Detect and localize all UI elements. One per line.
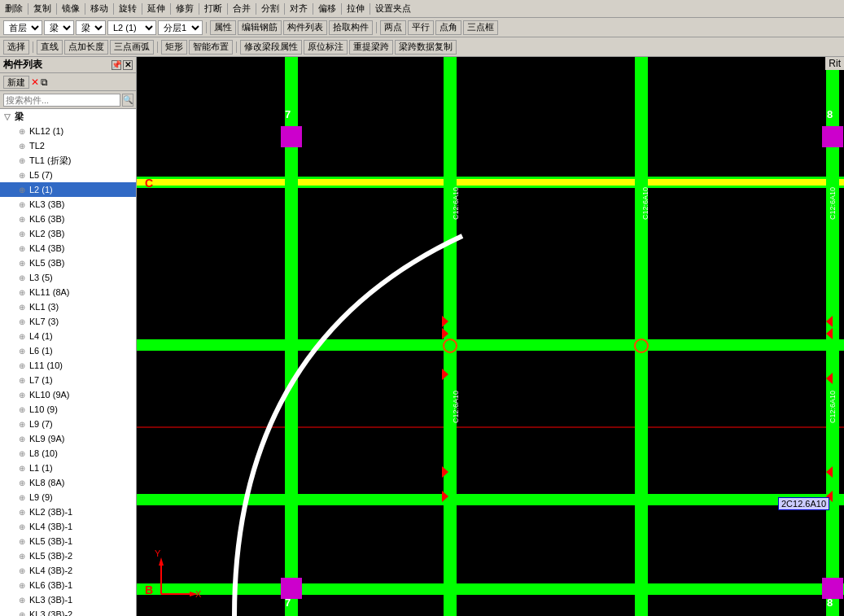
tree-item[interactable]: ⊕KL3 (3B)-2: [0, 607, 136, 616]
tree-item[interactable]: ⊕L1 (1): [0, 461, 136, 475]
floor-select[interactable]: 首层: [3, 20, 42, 35]
search-bar: 🔍: [0, 91, 136, 109]
attr-btn[interactable]: 属性: [210, 20, 236, 35]
tree-item[interactable]: ⊕KL4 (3B): [0, 241, 136, 256]
tool-trim[interactable]: 修剪: [174, 2, 195, 15]
tool-mirror[interactable]: 镜像: [60, 2, 81, 15]
tree-item[interactable]: ⊕KL11 (8A): [0, 285, 136, 299]
col-8-top: [822, 126, 843, 147]
pin-icon[interactable]: 📌: [112, 60, 121, 70]
tree-item[interactable]: ⊕L8 (10): [0, 446, 136, 461]
three-point-btn[interactable]: 三点框: [463, 20, 498, 35]
tree-item[interactable]: ⊕L3 (5): [0, 270, 136, 285]
layer-select[interactable]: 分层1: [158, 20, 203, 35]
element-select[interactable]: L2 (1): [107, 20, 156, 35]
two-point-btn[interactable]: 两点: [380, 20, 406, 35]
line-btn[interactable]: 直线: [37, 40, 63, 55]
copy-icon[interactable]: ⧉: [41, 76, 48, 88]
tree-item-label: KL3 (3B): [29, 199, 64, 209]
tool-break[interactable]: 打断: [203, 2, 224, 15]
rect-btn[interactable]: 矩形: [161, 40, 187, 55]
point-angle-btn[interactable]: 点角: [435, 20, 461, 35]
tree-item[interactable]: ⊕L6 (1): [0, 343, 136, 358]
tool-setpoints[interactable]: 设置夹点: [374, 2, 413, 15]
pick-component-btn[interactable]: 拾取构件: [329, 20, 373, 35]
tree-item-icon: ⊕: [16, 360, 28, 371]
tree-root-label: 梁: [15, 111, 24, 123]
tree-item[interactable]: ⊕L4 (1): [0, 329, 136, 343]
x-label: X: [195, 589, 202, 599]
tree-item[interactable]: ⊕TL1 (折梁): [0, 153, 136, 168]
tree-item-icon: ⊕: [16, 155, 28, 166]
tree-item-label: L3 (5): [29, 273, 53, 282]
copy-span-data-btn[interactable]: 梁跨数据复制: [395, 40, 457, 55]
type1-select[interactable]: 梁: [44, 20, 74, 35]
tree-item[interactable]: ⊕L9 (7): [0, 417, 136, 431]
original-mark-btn[interactable]: 原位标注: [304, 40, 348, 55]
rebar-label-5: C12:6A10: [829, 391, 837, 423]
tool-extend[interactable]: 延伸: [146, 2, 167, 15]
tree-item[interactable]: ⊕KL3 (3B)-1: [0, 592, 136, 607]
type2-select[interactable]: 梁: [76, 20, 106, 35]
component-list-btn[interactable]: 构件列表: [283, 20, 327, 35]
tree-item[interactable]: ⊕KL5 (3B)-2: [0, 548, 136, 563]
tree-item[interactable]: ⊕KL4 (3B)-1: [0, 519, 136, 534]
tree-item[interactable]: ⊕L10 (9): [0, 402, 136, 417]
smart-layout-btn[interactable]: 智能布置: [189, 40, 233, 55]
tree-item[interactable]: ⊕KL6 (3B)-1: [0, 578, 136, 592]
tool-rotate[interactable]: 旋转: [117, 2, 138, 15]
tool-merge[interactable]: 合并: [231, 2, 252, 15]
tree-item[interactable]: ⊕KL5 (3B)-1: [0, 534, 136, 548]
reextract-span-btn[interactable]: 重提梁跨: [349, 40, 393, 55]
tree-root-beam[interactable]: ▽ 梁: [0, 109, 136, 124]
parallel-btn[interactable]: 平行: [408, 20, 434, 35]
tree-item[interactable]: ⊕KL1 (3): [0, 299, 136, 314]
tool-delete[interactable]: 删除: [3, 2, 24, 15]
edit-rebar-btn[interactable]: 编辑钢筋: [238, 20, 282, 35]
tree-item-label: L7 (1): [29, 375, 53, 385]
select-btn[interactable]: 选择: [3, 40, 29, 55]
tree-item[interactable]: ⊕KL2 (3B): [0, 226, 136, 241]
tree-item[interactable]: ⊕KL8 (8A): [0, 475, 136, 490]
tree-item[interactable]: ⊕KL5 (3B): [0, 256, 136, 270]
sidebar: 构件列表 📌 ✕ 新建 ✕ ⧉ 🔍 ▽ 梁 ⊕KL12 (1)⊕TL2⊕TL1 …: [0, 57, 137, 616]
new-button[interactable]: 新建: [3, 76, 29, 89]
search-button[interactable]: 🔍: [122, 94, 133, 107]
expand-icon: ▽: [2, 111, 13, 122]
tree-item[interactable]: ⊕L5 (7): [0, 168, 136, 182]
tree-item[interactable]: ⊕KL6 (3B): [0, 212, 136, 226]
tree-item[interactable]: ⊕KL2 (3B)-1: [0, 505, 136, 519]
tree-item-icon: ⊕: [16, 286, 28, 298]
canvas-area[interactable]: Rit: [137, 57, 844, 616]
tree-item-label: KL5 (3B)-1: [29, 536, 72, 546]
red-arrow-l5: [442, 491, 448, 502]
tree-item[interactable]: ⊕L2 (1): [0, 182, 136, 197]
tool-offset[interactable]: 偏移: [317, 2, 338, 15]
tool-align[interactable]: 对齐: [288, 2, 309, 15]
tree-item[interactable]: ⊕KL3 (3B): [0, 197, 136, 212]
point-length-btn[interactable]: 点加长度: [64, 40, 108, 55]
tree-item[interactable]: ⊕TL2: [0, 138, 136, 153]
tree-item[interactable]: ⊕L11 (10): [0, 358, 136, 373]
tree-item-label: KL7 (3): [29, 317, 59, 326]
tool-copy[interactable]: 复制: [32, 2, 53, 15]
tree-item[interactable]: ⊕KL10 (9A): [0, 387, 136, 402]
tree-item[interactable]: ⊕L7 (1): [0, 373, 136, 387]
tree-item[interactable]: ⊕KL12 (1): [0, 124, 136, 138]
y-label: Y: [155, 548, 161, 558]
modify-beam-attr-btn[interactable]: 修改梁段属性: [240, 40, 302, 55]
delete-icon[interactable]: ✕: [31, 76, 39, 88]
tool-stretch[interactable]: 拉伸: [345, 2, 366, 15]
three-arc-btn[interactable]: 三点画弧: [110, 40, 154, 55]
close-icon[interactable]: ✕: [123, 60, 133, 70]
tool-move[interactable]: 移动: [89, 2, 110, 15]
tree-item[interactable]: ⊕KL9 (9A): [0, 431, 136, 446]
tree-item[interactable]: ⊕KL7 (3): [0, 314, 136, 329]
red-arrow-2: [442, 328, 448, 339]
red-arrow-r2: [826, 328, 833, 339]
tree-item[interactable]: ⊕L9 (9): [0, 490, 136, 505]
search-input[interactable]: [3, 94, 120, 107]
tree-item[interactable]: ⊕KL4 (3B)-2: [0, 563, 136, 578]
tool-split[interactable]: 分割: [260, 2, 281, 15]
red-arrow-l4: [442, 466, 448, 478]
